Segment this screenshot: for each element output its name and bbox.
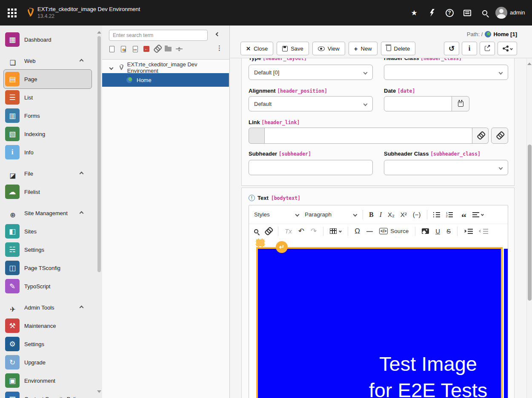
insert-table-icon[interactable] xyxy=(330,228,341,234)
link-icon[interactable] xyxy=(265,229,272,233)
sidebar-item-typoscript[interactable]: ✎ TypoScript xyxy=(0,277,102,295)
content-scrollbar-thumb[interactable] xyxy=(528,145,532,301)
typo3-logo[interactable] xyxy=(24,7,35,19)
link-popup-button[interactable] xyxy=(491,128,508,144)
styles-dropdown[interactable]: Styles xyxy=(254,211,299,218)
scroll-down-arrow[interactable] xyxy=(97,390,101,395)
collapse-chevron-icon[interactable] xyxy=(80,306,84,310)
type-select[interactable]: Default [0] xyxy=(249,65,373,80)
header-class-select[interactable] xyxy=(384,65,508,80)
block-quote-icon[interactable]: “ xyxy=(461,210,466,219)
new-mount-page-icon[interactable]: ← xyxy=(142,44,151,54)
open-in-new-button[interactable] xyxy=(480,42,495,55)
numbered-list-icon[interactable]: 12 xyxy=(446,212,455,218)
insert-image-icon[interactable] xyxy=(422,228,429,234)
link-browser-button[interactable] xyxy=(472,128,489,144)
bookmark-star-icon[interactable]: ★ xyxy=(409,8,419,18)
subscript-icon[interactable]: X₂ xyxy=(388,211,395,218)
collapse-chevron-icon[interactable] xyxy=(80,211,84,216)
sidebar-item-info[interactable]: i Info xyxy=(0,143,102,161)
date-picker-button[interactable] xyxy=(452,96,469,111)
apps-grid-icon[interactable] xyxy=(8,9,17,17)
sidebar-item-indexing[interactable]: ▧ Indexing xyxy=(0,125,102,143)
sidebar-item-settings-admin[interactable]: ⚙ Settings xyxy=(0,335,102,353)
tree-expand-chevron-icon[interactable] xyxy=(109,65,114,70)
superscript-icon[interactable]: X² xyxy=(400,211,407,218)
scroll-up-arrow[interactable] xyxy=(97,29,101,34)
subheader-class-select[interactable] xyxy=(384,160,508,175)
tree-root-label[interactable]: EXT:rte_ckeditor_image Dev Environment xyxy=(127,61,229,74)
log-icon[interactable] xyxy=(462,8,472,18)
avatar[interactable] xyxy=(495,7,507,19)
horizontal-line-icon[interactable]: — xyxy=(366,227,373,235)
italic-icon[interactable]: I xyxy=(380,211,382,219)
sidebar-scrollbar[interactable] xyxy=(96,26,102,398)
search-icon[interactable] xyxy=(480,8,490,18)
history-button[interactable]: ↺ xyxy=(444,42,459,55)
sidebar-item-upgrade[interactable]: ↻ Upgrade xyxy=(0,353,102,371)
sidebar-group-file[interactable]: ◪ File xyxy=(0,166,102,181)
info-button[interactable]: i xyxy=(462,42,477,55)
content-scrollbar[interactable] xyxy=(526,58,532,398)
sidebar-item-page[interactable]: ▤ Page xyxy=(0,70,102,88)
source-button[interactable]: </>Source xyxy=(379,228,409,234)
new-page-content-icon[interactable] xyxy=(119,44,128,54)
insert-paragraph-button[interactable]: ↵ xyxy=(276,241,288,253)
page-title[interactable]: Home [1] xyxy=(493,31,517,37)
tree-root-node[interactable]: EXT:rte_ckeditor_image Dev Environment xyxy=(102,61,229,74)
sidebar-item-csp[interactable]: ▩ Content Security Policy xyxy=(0,390,102,398)
collapse-chevron-icon[interactable] xyxy=(80,59,84,63)
redo-icon[interactable]: ↷ xyxy=(311,227,317,236)
strikethrough-icon[interactable]: S xyxy=(446,227,451,235)
underline-icon[interactable]: U xyxy=(435,227,440,235)
tree-node-home-selected[interactable]: Home xyxy=(102,73,229,87)
scroll-up-arrow[interactable] xyxy=(527,60,532,65)
field-info-icon[interactable]: ! xyxy=(249,195,255,201)
bulleted-list-icon[interactable] xyxy=(433,212,440,217)
new-button[interactable]: +New xyxy=(349,42,378,55)
indent-icon[interactable] xyxy=(464,229,473,234)
alignment-select[interactable]: Default xyxy=(249,96,373,111)
new-link-icon[interactable] xyxy=(152,44,162,54)
find-replace-icon[interactable] xyxy=(254,229,258,233)
collapse-chevron-icon[interactable] xyxy=(80,172,84,176)
sidebar-item-environment[interactable]: ▣ Environment xyxy=(0,372,102,389)
sidebar-group-site-management[interactable]: ⊕ Site Management xyxy=(0,206,102,220)
link-input[interactable] xyxy=(265,128,472,144)
delete-button[interactable]: Delete xyxy=(381,42,416,55)
sidebar-item-maintenance[interactable]: ⚒ Maintenance xyxy=(0,317,102,335)
rte-content-area[interactable]: ↵ Test Image for E2E Tests xyxy=(249,239,508,398)
sidebar-item-dashboard[interactable]: ▦ Dashboard xyxy=(0,31,102,48)
more-menu-icon[interactable]: ⋮ xyxy=(216,44,223,52)
outdent-icon[interactable] xyxy=(479,229,488,234)
sidebar-group-admin-tools[interactable]: ✈ Admin Tools xyxy=(0,300,102,315)
sidebar-scrollbar-thumb[interactable] xyxy=(97,36,101,272)
help-icon[interactable]: ? xyxy=(444,8,455,18)
collapse-tree-icon[interactable] xyxy=(216,32,220,37)
new-shortcut-page-icon[interactable]: ↦ xyxy=(131,44,140,54)
sidebar-group-web[interactable]: ❑ Web xyxy=(0,54,102,68)
flush-cache-bolt-icon[interactable] xyxy=(427,8,437,18)
sidebar-item-list[interactable]: ☰ List xyxy=(0,88,102,106)
new-page-icon[interactable] xyxy=(107,44,117,54)
sidebar-item-settings-site[interactable]: ☵ Settings xyxy=(0,241,102,259)
date-input[interactable] xyxy=(384,96,452,111)
close-button[interactable]: ✕Close xyxy=(240,42,273,55)
bold-icon[interactable]: B xyxy=(369,211,374,219)
tree-home-label[interactable]: Home xyxy=(137,77,152,83)
paragraph-format-dropdown[interactable]: Paragraph xyxy=(305,211,357,218)
subheader-input[interactable] xyxy=(249,160,373,175)
undo-icon[interactable]: ↶ xyxy=(298,227,304,236)
special-char-icon[interactable]: Ω xyxy=(355,227,360,236)
sidebar-item-sites[interactable]: ◧ Sites xyxy=(0,222,102,240)
new-folder-icon[interactable] xyxy=(163,44,173,54)
share-button[interactable] xyxy=(498,42,517,55)
widget-drag-handle[interactable] xyxy=(255,239,265,247)
sidebar-item-filelist[interactable]: ☁ Filelist xyxy=(0,183,102,201)
soft-hyphen-icon[interactable]: (−) xyxy=(413,211,421,218)
remove-format-icon[interactable]: Tx xyxy=(285,227,292,235)
save-button[interactable]: Save xyxy=(277,42,309,55)
view-button[interactable]: View xyxy=(312,42,345,55)
sidebar-item-forms[interactable]: ▥ Forms xyxy=(0,107,102,125)
tree-search-input[interactable] xyxy=(109,30,208,41)
